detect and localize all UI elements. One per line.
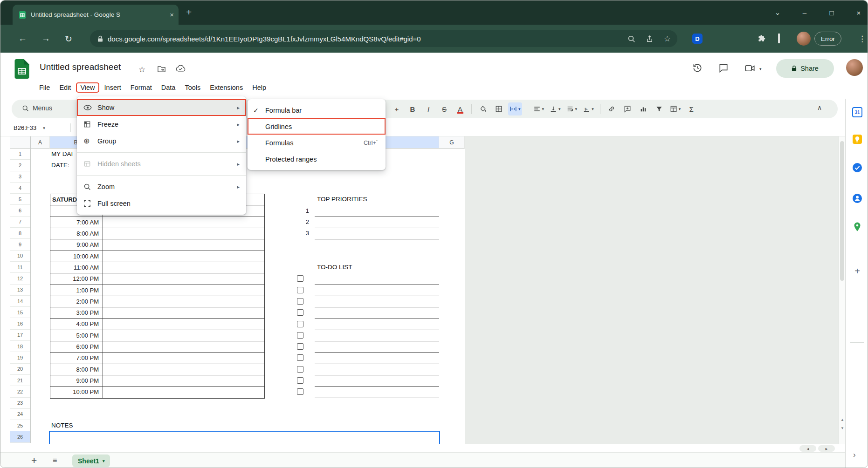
add-icon[interactable]: + bbox=[852, 266, 862, 276]
row-header-23[interactable]: 23 bbox=[10, 398, 30, 409]
schedule-table: SATURD7:00 AM8:00 AM9:00 AM10:00 AM11:00… bbox=[50, 194, 265, 398]
todo-checkbox bbox=[297, 321, 303, 327]
schedule-time: 3:00 PM bbox=[50, 307, 103, 318]
row-header-4[interactable]: 4 bbox=[10, 183, 30, 194]
schedule-time: 12:00 PM bbox=[50, 273, 103, 284]
scroll-up-icon[interactable]: ▲ bbox=[839, 418, 846, 422]
todo-line bbox=[315, 398, 439, 398]
row-header-16[interactable]: 16 bbox=[10, 318, 30, 329]
todo-checkbox bbox=[297, 377, 303, 384]
view-menu-item-freeze[interactable]: Freeze▸ bbox=[77, 116, 246, 133]
row-header-18[interactable]: 18 bbox=[10, 341, 30, 352]
row-header-26[interactable]: 26 bbox=[10, 431, 30, 442]
view-menu-item-show[interactable]: Show▸ bbox=[77, 99, 246, 116]
scroll-down-icon[interactable]: ▼ bbox=[839, 426, 846, 430]
row-header-9[interactable]: 9 bbox=[10, 239, 30, 250]
todo-line bbox=[315, 386, 439, 387]
row-header-25[interactable]: 25 bbox=[10, 420, 30, 431]
freeze-icon bbox=[83, 121, 97, 128]
row-header-3[interactable]: 3 bbox=[10, 171, 30, 183]
todo-checkbox bbox=[297, 287, 303, 293]
row-header-7[interactable]: 7 bbox=[10, 217, 30, 228]
submenu-item-formula-bar[interactable]: ✓Formula bar bbox=[248, 102, 386, 118]
submenu-item-formulas[interactable]: FormulasCtrl+` bbox=[248, 135, 386, 151]
row-header-8[interactable]: 8 bbox=[10, 228, 30, 239]
vertical-scrollbar[interactable]: ▲ ▼ bbox=[839, 136, 845, 444]
row-header-24[interactable]: 24 bbox=[10, 409, 30, 420]
schedule-time: 6:00 PM bbox=[50, 341, 103, 352]
schedule-row-19: 7:00 PM bbox=[50, 353, 264, 364]
all-sheets-icon[interactable]: ≡ bbox=[53, 456, 57, 465]
row-header-19[interactable]: 19 bbox=[10, 352, 30, 363]
view-menu-item-full-screen[interactable]: Full screen bbox=[77, 195, 246, 212]
todo-line bbox=[315, 330, 439, 330]
row-header-22[interactable]: 22 bbox=[10, 386, 30, 397]
view-menu-item-group[interactable]: ⊕Group▸ bbox=[77, 133, 246, 149]
row-header-10[interactable]: 10 bbox=[10, 251, 30, 262]
add-sheet-icon[interactable]: + bbox=[31, 455, 37, 466]
browser-window: Untitled spreadsheet - Google S × + ⌄ – … bbox=[0, 0, 868, 468]
todo-checkbox bbox=[297, 332, 303, 339]
magnifier-icon bbox=[83, 183, 97, 190]
contacts-icon[interactable] bbox=[852, 193, 862, 203]
cell-b2-date-label: DATE: bbox=[51, 160, 69, 171]
sheets-bottom-bar: + ≡ Sheet1 ▾ bbox=[0, 452, 845, 468]
column-header-g[interactable]: G bbox=[439, 136, 465, 149]
row-header-12[interactable]: 12 bbox=[10, 273, 30, 284]
todo-checkbox bbox=[297, 388, 303, 395]
schedule-time: 7:00 PM bbox=[50, 353, 103, 363]
scroll-left-icon[interactable]: ◂ bbox=[799, 445, 816, 452]
view-menu-item-zoom[interactable]: Zoom▸ bbox=[77, 178, 246, 195]
schedule-row-9: 9:00 AM bbox=[50, 239, 264, 251]
horizontal-scroll-strip: ◂ ▸ bbox=[31, 444, 839, 452]
hide-side-panel-icon[interactable]: › bbox=[853, 450, 856, 460]
view-menu-item-hidden-sheets: Hidden sheets▸ bbox=[77, 156, 246, 172]
row-header-1[interactable]: 1 bbox=[10, 149, 30, 160]
row-header-21[interactable]: 21 bbox=[10, 375, 30, 386]
column-header-a[interactable]: A bbox=[31, 136, 50, 149]
schedule-time: 1:00 PM bbox=[50, 285, 103, 296]
spreadsheet-grid[interactable]: MY DAIDATE:SATURD7:00 AM8:00 AM9:00 AM10… bbox=[0, 0, 868, 468]
scroll-right-icon[interactable]: ▸ bbox=[818, 445, 835, 452]
row-header-17[interactable]: 17 bbox=[10, 330, 30, 341]
row-headers: 1234567891011121314151617181920212223242… bbox=[10, 149, 31, 443]
submenu-item-gridlines[interactable]: Gridlines bbox=[248, 118, 386, 135]
row-header-2[interactable]: 2 bbox=[10, 160, 30, 171]
sheet-tab-active[interactable]: Sheet1 ▾ bbox=[72, 454, 110, 467]
select-all-corner[interactable] bbox=[10, 136, 31, 149]
row-header-5[interactable]: 5 bbox=[10, 194, 30, 205]
menu-separator bbox=[77, 175, 246, 176]
todo-checkbox bbox=[297, 366, 303, 373]
schedule-row-17: 5:00 PM bbox=[50, 330, 264, 341]
schedule-time: 9:00 AM bbox=[50, 239, 103, 250]
keep-icon[interactable] bbox=[852, 134, 862, 144]
row-header-15[interactable]: 15 bbox=[10, 307, 30, 318]
row-header-11[interactable]: 11 bbox=[10, 262, 30, 273]
row-header-20[interactable]: 20 bbox=[10, 364, 30, 375]
schedule-row-11: 11:00 AM bbox=[50, 262, 264, 273]
vertical-scroll-thumb[interactable] bbox=[840, 141, 844, 281]
submenu-item-protected-ranges[interactable]: Protected ranges bbox=[248, 151, 386, 167]
schedule-row-10: 10:00 AM bbox=[50, 251, 264, 262]
view-menu: Show▸Freeze▸⊕Group▸Hidden sheets▸Zoom▸Fu… bbox=[77, 96, 246, 215]
todo-line bbox=[315, 375, 439, 375]
row-header-6[interactable]: 6 bbox=[10, 205, 30, 216]
todo-checkbox bbox=[297, 298, 303, 305]
calendar-icon[interactable]: 31 bbox=[852, 107, 862, 117]
priorities-label: TOP PRIORITIES bbox=[317, 194, 367, 205]
schedule-row-7: 7:00 AM bbox=[50, 217, 264, 228]
tasks-icon[interactable] bbox=[852, 163, 862, 173]
submenu-arrow-icon: ▸ bbox=[237, 122, 240, 128]
selection-box bbox=[49, 431, 440, 446]
schedule-time: 4:00 PM bbox=[50, 319, 103, 329]
todo-line bbox=[315, 352, 439, 353]
schedule-row-22: 10:00 PM bbox=[50, 387, 264, 398]
submenu-arrow-icon: ▸ bbox=[237, 161, 240, 167]
schedule-time: 8:00 AM bbox=[50, 228, 103, 239]
maps-icon[interactable] bbox=[852, 222, 862, 232]
row-header-13[interactable]: 13 bbox=[10, 285, 30, 296]
priority-line bbox=[315, 217, 439, 217]
group-icon: ⊕ bbox=[83, 137, 97, 145]
schedule-time: 10:00 AM bbox=[50, 251, 103, 262]
row-header-14[interactable]: 14 bbox=[10, 296, 30, 307]
